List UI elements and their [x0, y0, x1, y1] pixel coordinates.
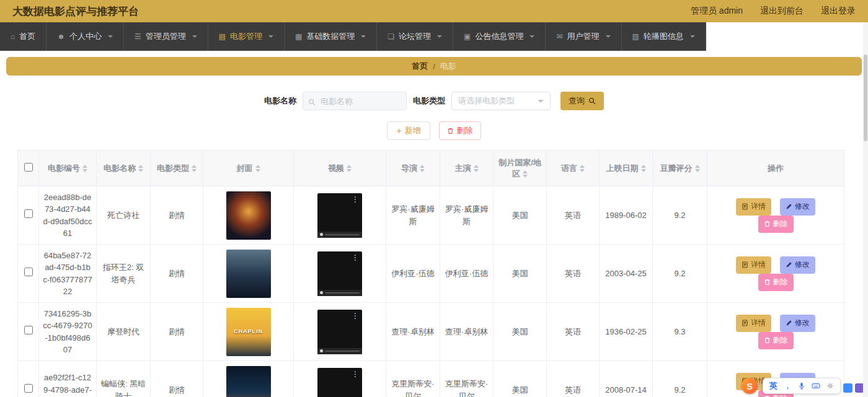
movie-video-player[interactable]: ⋮: [317, 310, 362, 354]
column-header-video[interactable]: 视频: [294, 151, 386, 186]
video-menu-icon[interactable]: ⋮: [352, 370, 359, 378]
sort-icon[interactable]: [82, 165, 87, 172]
movie-name-input[interactable]: [303, 92, 407, 110]
column-header-star[interactable]: 主演: [440, 151, 494, 186]
trash-icon: [447, 128, 454, 134]
edit-button[interactable]: 修改: [780, 198, 815, 216]
microphone-icon[interactable]: [798, 382, 805, 390]
column-header-movie-type[interactable]: 电影类型: [151, 151, 203, 186]
ime-punctuation-toggle[interactable]: ，: [784, 380, 792, 391]
sort-icon[interactable]: [641, 165, 646, 172]
sort-icon[interactable]: [255, 165, 260, 172]
detail-button[interactable]: 详情: [736, 198, 771, 216]
video-menu-icon[interactable]: ⋮: [352, 312, 359, 320]
movie-video-player[interactable]: ⋮: [317, 251, 362, 296]
detail-button[interactable]: 详情: [736, 315, 771, 332]
video-menu-icon[interactable]: ⋮: [352, 254, 359, 261]
sort-icon[interactable]: [420, 165, 425, 172]
exit-to-front-link[interactable]: 退出到前台: [760, 6, 804, 17]
movie-id: 64ba5e87-72ad-475d-b1bc-f06377787722: [43, 251, 92, 297]
keyboard-icon[interactable]: [812, 382, 820, 390]
movie-poster[interactable]: [226, 250, 271, 298]
carousel-icon: ▧: [632, 32, 639, 41]
movie-director: 伊利亚·伍德: [391, 269, 434, 278]
movie-poster[interactable]: [226, 366, 271, 397]
chevron-down-icon: [192, 35, 197, 38]
nav-item-movie-mgmt[interactable]: ▤ 电影管理: [208, 22, 285, 51]
sort-icon[interactable]: [474, 165, 479, 172]
movie-type: 剧情: [169, 269, 185, 278]
column-header-director[interactable]: 导演: [386, 151, 440, 186]
nav-item-carousel[interactable]: ▧ 轮播图信息: [622, 22, 706, 51]
movie-release-date: 2008-07-14: [605, 385, 647, 395]
video-menu-icon[interactable]: ⋮: [352, 196, 359, 203]
ime-status-bar: 英 ，: [763, 378, 841, 394]
nav-item-forum-mgmt[interactable]: ❏ 论坛管理: [377, 22, 453, 51]
video-controls: [317, 348, 362, 354]
logged-in-user-label: 管理员 admin: [691, 6, 743, 17]
nav-item-notice-mgmt[interactable]: ▣ 公告信息管理: [453, 22, 546, 51]
column-header-movie-name[interactable]: 电影名称: [97, 151, 151, 186]
movie-type: 剧情: [169, 385, 185, 395]
chevron-down-icon: [268, 35, 273, 38]
sogou-logo[interactable]: S: [742, 378, 758, 394]
browser-scrollbar[interactable]: [863, 22, 868, 397]
sort-icon[interactable]: [192, 165, 197, 172]
sort-icon[interactable]: [580, 165, 585, 172]
nav-item-user-mgmt[interactable]: ✉ 用户管理: [546, 22, 621, 51]
breadcrumb-separator: /: [433, 62, 435, 71]
app-title: 大数据电影点评与推荐平台: [12, 4, 139, 19]
row-checkbox[interactable]: [24, 209, 33, 218]
column-header-movie-id[interactable]: 电影编号: [39, 151, 97, 186]
column-header-country[interactable]: 制片国家/地区: [494, 151, 547, 186]
nav-item-admin-mgmt[interactable]: ☰ 管理员管理: [124, 22, 208, 51]
movie-type-select[interactable]: 请选择电影类型: [451, 92, 551, 110]
pencil-icon: [786, 203, 792, 210]
table-toolbar: + 新增 删除: [0, 121, 868, 140]
sort-icon[interactable]: [138, 165, 143, 172]
ime-language-toggle[interactable]: 英: [769, 380, 777, 391]
row-checkbox[interactable]: [24, 384, 33, 393]
sort-icon[interactable]: [347, 165, 352, 172]
column-header-release-date[interactable]: 上映日期: [600, 151, 653, 186]
movie-poster[interactable]: CHAPLIN: [226, 308, 271, 356]
movie-poster[interactable]: [226, 191, 271, 240]
delete-button[interactable]: 删除: [758, 332, 794, 349]
row-checkbox[interactable]: [24, 326, 33, 334]
movie-video-player[interactable]: ⋮: [317, 368, 362, 397]
movie-star: 克里斯蒂安·贝尔: [445, 379, 488, 397]
detail-button[interactable]: 详情: [736, 256, 771, 274]
movie-name-label: 电影名称: [264, 95, 296, 107]
settings-icon[interactable]: [826, 382, 834, 390]
pencil-icon: [786, 261, 792, 268]
select-all-checkbox[interactable]: [24, 163, 33, 172]
logout-link[interactable]: 退出登录: [821, 6, 856, 17]
edit-button[interactable]: 修改: [780, 315, 815, 332]
table-header-row: 电影编号 电影名称 电影类型 封面 视频 导演 主演 制片国家/地区 语言 上映…: [18, 151, 844, 186]
bulk-delete-button[interactable]: 删除: [439, 121, 481, 140]
movie-type: 剧情: [169, 211, 185, 220]
movie-language: 英语: [565, 327, 581, 336]
add-button[interactable]: + 新增: [387, 121, 430, 140]
admin-icon: ☰: [135, 32, 141, 41]
nav-item-basedata-mgmt[interactable]: ▦ 基础数据管理: [285, 22, 377, 51]
delete-button[interactable]: 删除: [758, 274, 794, 291]
column-header-language[interactable]: 语言: [547, 151, 600, 186]
column-header-rating[interactable]: 豆瓣评分: [653, 151, 707, 186]
sort-icon[interactable]: [695, 165, 700, 172]
nav-item-profile[interactable]: ☻ 个人中心: [46, 22, 124, 51]
movie-video-player[interactable]: ⋮: [317, 193, 362, 238]
row-checkbox[interactable]: [24, 268, 33, 276]
breadcrumb-home-link[interactable]: 首页: [412, 61, 428, 72]
scrollbar-thumb[interactable]: [864, 55, 867, 141]
sort-icon[interactable]: [523, 170, 528, 178]
movie-rating: 9.2: [674, 269, 685, 278]
delete-button[interactable]: 删除: [758, 216, 794, 233]
column-header-poster[interactable]: 封面: [203, 151, 294, 186]
toolbar-icon[interactable]: [843, 383, 852, 393]
movie-star: 伊利亚·伍德: [445, 269, 488, 278]
nav-item-home[interactable]: ⌂ 首页: [0, 22, 46, 51]
movie-name: 摩登时代: [107, 327, 140, 336]
query-button[interactable]: 查询: [560, 92, 604, 110]
edit-button[interactable]: 修改: [780, 256, 815, 274]
